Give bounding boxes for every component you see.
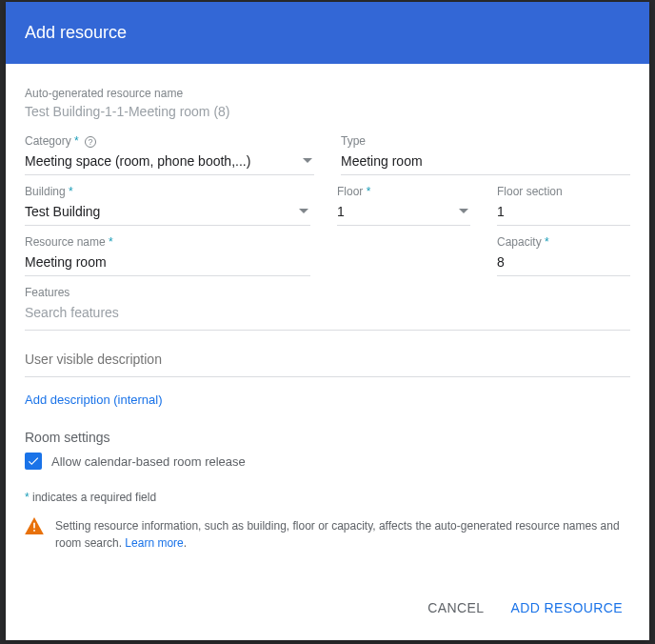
required-note-text: indicates a required field [30, 491, 156, 504]
category-select[interactable] [25, 150, 314, 175]
floor-label: Floor * [337, 185, 470, 198]
building-label-text: Building [25, 185, 66, 198]
info-text-period: . [184, 536, 187, 550]
info-row: Setting resource information, such as bu… [25, 517, 630, 552]
type-input[interactable] [341, 150, 630, 175]
capacity-label-text: Capacity [497, 235, 542, 249]
check-icon [27, 454, 40, 468]
allow-room-release-row: Allow calendar-based room release [25, 453, 630, 470]
help-icon[interactable]: ? [85, 136, 96, 148]
required-marker: * [74, 134, 79, 148]
required-marker: * [109, 235, 113, 249]
add-resource-button[interactable]: Add Resource [506, 594, 626, 621]
cancel-button[interactable]: Cancel [424, 594, 487, 621]
user-visible-description-input[interactable] [25, 331, 630, 377]
required-marker: * [367, 185, 371, 198]
required-marker: * [69, 185, 73, 198]
allow-room-release-checkbox[interactable] [25, 453, 42, 470]
allow-room-release-label: Allow calendar-based room release [51, 454, 246, 469]
floor-label-text: Floor [337, 185, 363, 198]
resource-name-input[interactable] [25, 251, 310, 276]
add-resource-dialog: Add resource Auto-generated resource nam… [6, 2, 649, 640]
room-settings-heading: Room settings [25, 430, 630, 445]
resource-name-label: Resource name * [25, 235, 310, 249]
capacity-label: Capacity * [497, 235, 630, 249]
info-text: Setting resource information, such as bu… [55, 517, 630, 552]
dialog-body: Auto-generated resource name Test Buildi… [6, 64, 649, 577]
auto-name-value: Test Building-1-1-Meeting room (8) [25, 102, 630, 125]
resource-name-label-text: Resource name [25, 235, 106, 249]
category-label: Category * ? [25, 134, 314, 148]
features-label: Features [25, 286, 630, 299]
svg-rect-1 [33, 530, 35, 532]
auto-name-label: Auto-generated resource name [25, 87, 630, 100]
category-label-text: Category [25, 134, 71, 148]
capacity-input[interactable] [497, 251, 630, 276]
svg-rect-0 [33, 523, 35, 529]
dialog-footer: Cancel Add Resource [6, 577, 649, 640]
type-label: Type [341, 134, 630, 148]
features-search-input[interactable] [25, 301, 630, 331]
floor-section-label: Floor section [497, 185, 630, 198]
warning-icon [25, 517, 44, 537]
building-label: Building * [25, 185, 310, 198]
floor-section-input[interactable] [497, 200, 630, 226]
learn-more-link[interactable]: Learn more [125, 536, 183, 550]
floor-select[interactable] [337, 200, 470, 226]
required-field-note: * indicates a required field [25, 491, 630, 504]
dialog-title: Add resource [25, 23, 127, 42]
building-select[interactable] [25, 200, 310, 226]
dialog-header: Add resource [6, 2, 649, 64]
add-description-internal-link[interactable]: Add description (internal) [25, 392, 163, 407]
required-marker: * [545, 235, 549, 249]
